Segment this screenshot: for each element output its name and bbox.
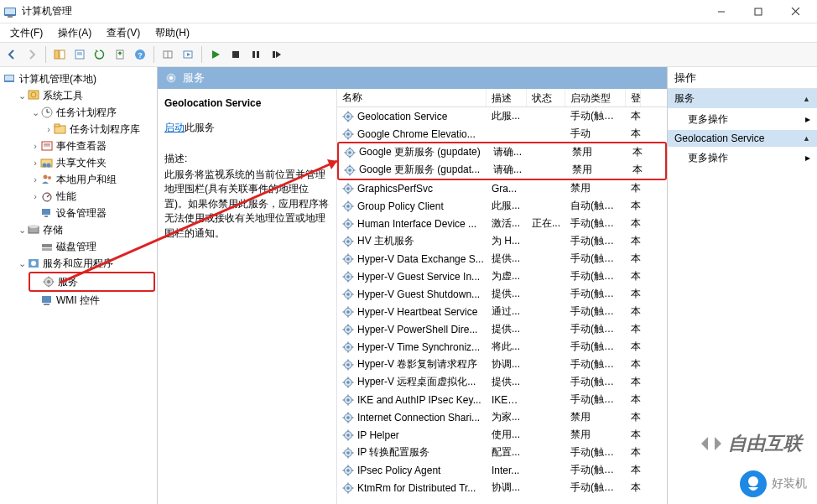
svg-rect-2 (8, 16, 13, 18)
service-row[interactable]: Internet Connection Shari...为家...禁用本 (337, 408, 667, 426)
svg-rect-102 (347, 245, 348, 247)
tree-storage[interactable]: ⌄ 存储 (15, 221, 155, 238)
tree-wmi[interactable]: WMI 控件 (29, 292, 155, 309)
collapse-icon[interactable]: ⌄ (17, 222, 27, 237)
start-service-link[interactable]: 启动 (164, 122, 185, 133)
tree-pane[interactable]: 计算机管理(本地) ⌄ 系统工具 ⌄ 任务计划程序 › 任务计划程序库 (0, 67, 158, 504)
service-name: Google 更新服务 (gupdate) (359, 145, 481, 159)
service-row[interactable]: IP 转换配置服务配置...手动(触发...本 (337, 444, 667, 461)
help-button[interactable]: ? (132, 46, 148, 63)
service-startup: 手动 (565, 127, 626, 141)
tree-system-tools[interactable]: ⌄ 系统工具 (15, 87, 155, 104)
service-row[interactable]: Google 更新服务 (gupdat...请确...禁用本 (339, 161, 665, 179)
collapse-icon[interactable]: ⌄ (30, 105, 40, 120)
service-row[interactable]: Hyper-V Heartbeat Service通过...手动(触发...本 (337, 303, 667, 320)
tree-services[interactable]: 服务 (29, 272, 155, 292)
svg-point-76 (348, 169, 351, 172)
svg-rect-80 (354, 169, 356, 170)
tree-services-apps[interactable]: ⌄ 服务和应用程序 (15, 255, 155, 272)
service-row[interactable]: IP Helper使用...禁用本 (337, 426, 667, 444)
pause-service-button[interactable] (247, 46, 264, 63)
refresh-button[interactable] (91, 46, 108, 63)
tree-shared-folders[interactable]: › 共享文件夹 (29, 154, 155, 171)
service-row[interactable]: Hyper-V Data Exchange S...提供...手动(触发...本 (337, 250, 667, 268)
service-startup: 手动(触发... (565, 252, 626, 266)
forward-button[interactable] (23, 46, 40, 63)
tree-performance[interactable]: › 性能 (29, 188, 155, 205)
export-button[interactable] (112, 46, 128, 63)
watermark-2: 好装机 (738, 469, 807, 499)
col-startup[interactable]: 启动类型 (565, 89, 626, 107)
actions-more-2[interactable]: 更多操作 ▸ (668, 147, 817, 169)
expand-icon[interactable]: › (30, 189, 40, 204)
service-row[interactable]: GraphicsPerfSvcGra...禁用本 (337, 179, 667, 197)
maximize-button[interactable] (740, 0, 777, 23)
service-row[interactable]: Google Chrome Elevatio...手动本 (337, 125, 667, 143)
start-service-button[interactable] (207, 46, 224, 63)
service-row[interactable]: HV 主机服务为 H...手动(触发...本 (337, 232, 667, 250)
tree-disk-management[interactable]: 磁盘管理 (29, 238, 155, 255)
watermark-1: 自由互联 (698, 430, 802, 457)
service-desc: 协调... (487, 357, 527, 372)
service-row[interactable]: Hyper-V Guest Shutdown...提供...手动(触发...本 (337, 285, 667, 303)
tree-local-users[interactable]: › 本地用户和组 (29, 171, 155, 188)
service-desc: 使用... (487, 428, 527, 442)
service-row[interactable]: Google 更新服务 (gupdate)请确...禁用本 (339, 143, 665, 161)
service-row[interactable]: Group Policy Client此服...自动(触发...本 (337, 197, 667, 215)
service-row[interactable]: Hyper-V Time Synchroniz...将此...手动(触发...本 (337, 338, 667, 356)
svg-point-56 (169, 76, 173, 80)
tree-device-manager[interactable]: 设备管理器 (29, 205, 155, 221)
service-logon: 本 (626, 428, 641, 442)
svg-rect-161 (347, 412, 348, 413)
svg-marker-24 (276, 51, 281, 58)
menu-help[interactable]: 帮助(H) (148, 24, 196, 42)
service-row[interactable]: IPsec Policy AgentInter...手动(触发...本 (337, 461, 667, 479)
collapse-icon[interactable]: ⌄ (17, 256, 27, 271)
menu-file[interactable]: 文件(F) (3, 24, 49, 42)
expand-icon[interactable]: › (30, 172, 40, 187)
service-row[interactable]: IKE and AuthIP IPsec Key...IKEE...手动(触发.… (337, 391, 667, 408)
stop-service-button[interactable] (227, 46, 244, 63)
svg-rect-158 (352, 399, 354, 400)
svg-rect-43 (42, 209, 50, 215)
minimize-button[interactable] (703, 0, 740, 23)
menu-view[interactable]: 查看(V) (100, 24, 147, 42)
expand-icon[interactable]: › (30, 155, 40, 170)
actions-selected-section[interactable]: Geolocation Service ▲ (668, 130, 817, 147)
properties-button[interactable] (71, 46, 88, 63)
service-row[interactable]: Hyper-V 远程桌面虚拟化...提供...手动(触发...本 (337, 373, 667, 391)
svg-rect-20 (232, 51, 239, 58)
actions-services-section[interactable]: 服务 ▲ (668, 89, 817, 108)
menu-action[interactable]: 操作(A) (51, 24, 98, 42)
service-row[interactable]: Geolocation Service此服...手动(触发...本 (337, 107, 667, 125)
col-logon[interactable]: 登 (626, 89, 641, 107)
service-row[interactable]: Hyper-V 卷影复制请求程序协调...手动(触发...本 (337, 356, 667, 373)
svg-point-100 (346, 240, 350, 243)
show-hide-button[interactable] (51, 46, 68, 63)
toolbar-view2-button[interactable] (180, 46, 196, 63)
service-row[interactable]: KtmRm for Distributed Tr...协调...手动(触发...… (337, 479, 667, 496)
expand-icon[interactable]: › (30, 138, 40, 153)
toolbar-view1-button[interactable] (159, 46, 176, 63)
close-button[interactable] (777, 0, 814, 23)
col-status[interactable]: 状态 (527, 89, 565, 107)
svg-rect-140 (352, 346, 354, 347)
expand-icon[interactable]: › (44, 122, 54, 137)
svg-rect-180 (347, 474, 348, 475)
tree-root[interactable]: 计算机管理(本地) (2, 70, 155, 87)
restart-service-button[interactable] (268, 46, 284, 63)
service-row[interactable]: Hyper-V Guest Service In...为虚...手动(触发...… (337, 268, 667, 285)
actions-more-1[interactable]: 更多操作 ▸ (668, 108, 817, 130)
col-name[interactable]: 名称 (337, 89, 487, 107)
svg-rect-156 (347, 403, 348, 405)
tree-task-scheduler[interactable]: ⌄ 任务计划程序 (29, 104, 155, 121)
tree-task-scheduler-lib[interactable]: › 任务计划程序库 (42, 121, 155, 138)
back-button[interactable] (3, 46, 20, 63)
svg-rect-127 (343, 311, 345, 312)
col-desc[interactable]: 描述 (487, 89, 527, 107)
service-row[interactable]: Hyper-V PowerShell Dire...提供...手动(触发...本 (337, 320, 667, 338)
tree-event-viewer[interactable]: › 事件查看器 (29, 138, 155, 154)
service-row[interactable]: Human Interface Device ...激活...正在...手动(触… (337, 215, 667, 232)
collapse-icon[interactable]: ⌄ (17, 88, 27, 103)
services-list[interactable]: 名称 描述 状态 启动类型 登 Geolocation Service此服...… (337, 89, 667, 504)
